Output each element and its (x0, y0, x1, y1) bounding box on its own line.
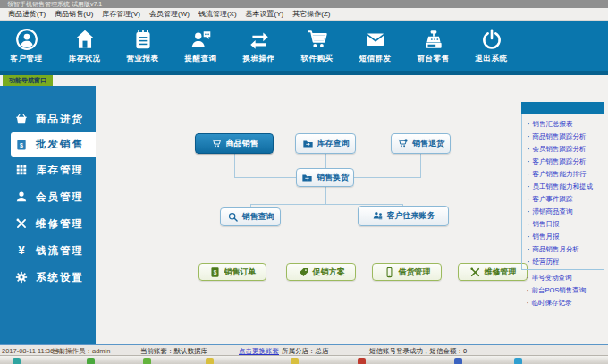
window-title: 领智手机销售管理系统 试用版v7.1 (7, 1, 102, 7)
toolbar-item-pos-retail[interactable]: 前台零售 (408, 28, 459, 64)
connector-line (325, 187, 326, 204)
toolbar-item-label: 软件购买 (301, 54, 334, 64)
taskbar-icon[interactable] (291, 358, 299, 364)
toolbar-item-sms-broadcast[interactable]: 短信群发 (350, 28, 401, 64)
report-link-business-history[interactable]: ·经营历程 (528, 256, 604, 268)
svg-text:$: $ (213, 268, 216, 275)
sidebar-item-stock-manage[interactable]: 库存管理 (0, 157, 96, 183)
menu-item-goods-sale[interactable]: 商品销售(U) (50, 9, 97, 19)
report-link-member-sale-track[interactable]: ·会员销售跟踪分析 (528, 143, 604, 156)
report-link-goods-sale-track[interactable]: ·商品销售跟踪分析 (528, 131, 604, 143)
report-icon (131, 28, 155, 51)
sidebar-item-label: 商品进货 (36, 113, 84, 126)
sidebar-item-member-manage[interactable]: 会员管理 (0, 183, 96, 210)
report-link-label: 商品销售月分析 (533, 245, 580, 253)
taskbar-icon[interactable] (13, 358, 21, 364)
bullet: · (528, 132, 530, 140)
taskbar-icon[interactable] (87, 358, 95, 364)
menu-item-basic-settings[interactable]: 基本设置(Y) (241, 9, 289, 19)
bullet: · (528, 220, 530, 228)
bullet: · (528, 207, 530, 216)
toolbar-item-shift-change[interactable]: 换班操作 (233, 28, 284, 64)
report-link-customer-sale-track[interactable]: ·客户销售跟踪分析 (528, 156, 604, 168)
sidebar-item-cash-flow[interactable]: ¥ 钱流管理 (0, 237, 96, 264)
sidebar-item-wholesale[interactable]: $ 批发销售 (11, 132, 96, 157)
report-link-sales-summary[interactable]: ·销售汇总报表 (528, 118, 604, 131)
nav-tab-function-navigator[interactable]: 功能导航窗口 (3, 75, 53, 86)
toolbar-item-customer-manage[interactable]: 客户管理 (1, 28, 52, 64)
yuan-icon: ¥ (15, 244, 28, 257)
flow-button-sale-query[interactable]: 销售查询 (220, 207, 281, 226)
quick-button-promotion-plan[interactable]: 促销方案 (286, 263, 356, 281)
report-link-daily-sales[interactable]: ·销售日报 (528, 218, 604, 231)
quick-button-loan-manage[interactable]: 借货管理 (372, 263, 442, 281)
right-panel-extra-links: ·串号变动查询 ·前台POS销售查询 ·临时保存记录 (521, 272, 604, 309)
quick-button-label: 维修管理 (485, 267, 517, 278)
report-link-label: 临时保存记录 (532, 299, 572, 307)
bullet: · (528, 157, 530, 165)
shift-swap-icon (248, 28, 271, 51)
title-bar: 领智手机销售管理系统 试用版v7.1 (0, 0, 608, 8)
flow-button-sale-exchange[interactable]: 销售换货 (296, 168, 354, 187)
status-bar: 2017-08-11 11:36:41 当前操作员：admin 当前账套：默认数… (0, 344, 608, 355)
member-icon (15, 190, 28, 203)
sidebar-item-label: 库存管理 (36, 164, 84, 177)
flow-button-stock-query[interactable]: 库存查询 (295, 133, 356, 154)
report-link-label: 客户事件跟踪 (533, 195, 573, 203)
report-link-label: 经营历程 (533, 258, 560, 266)
taskbar-icon[interactable] (454, 358, 462, 364)
search-icon (227, 211, 239, 223)
cash-register-icon (422, 28, 445, 51)
power-icon (480, 28, 503, 51)
toolbar-item-reminder-query[interactable]: 提醒查询 (175, 28, 226, 64)
report-link-label: 前台POS销售查询 (532, 286, 587, 294)
flow-button-customer-account[interactable]: 客户往来账务 (358, 206, 449, 226)
toolbar-item-exit-system[interactable]: 退出系统 (466, 28, 517, 64)
sms-icon (364, 28, 387, 51)
report-link-label: 商品销售跟踪分析 (533, 132, 587, 140)
report-link-imei-change-query[interactable]: ·串号变动查询 (527, 272, 604, 284)
flow-button-sale-return[interactable]: 销售退货 (391, 133, 451, 154)
menu-item-member-manage[interactable]: 会员管理(W) (145, 9, 194, 19)
sidebar-item-repair-manage[interactable]: 维修管理 (0, 210, 96, 237)
report-link-label: 销售月报 (533, 233, 560, 241)
toolbar-item-label: 换班操作 (243, 54, 275, 64)
menu-item-stock-manage[interactable]: 库存管理(V) (97, 9, 145, 19)
toolbar-item-label: 客户管理 (11, 54, 43, 64)
taskbar-icon[interactable] (206, 358, 214, 364)
home-icon (73, 28, 97, 51)
report-link-label: 销售日报 (533, 220, 560, 228)
menu-item-goods-purchase[interactable]: 商品进货(T) (4, 9, 50, 19)
report-link-temp-save-records[interactable]: ·临时保存记录 (527, 297, 604, 309)
report-link-slow-goods-query[interactable]: ·滞销商品查询 (528, 206, 604, 218)
toolbar-item-business-report[interactable]: 营业报表 (117, 28, 168, 64)
quick-button-repair-manage[interactable]: 维修管理 (458, 263, 528, 281)
toolbar-item-label: 库存状况 (69, 54, 101, 64)
connector-line (354, 177, 421, 178)
toolbar-item-label: 短信群发 (359, 54, 392, 64)
menu-item-cash-manage[interactable]: 钱流管理(X) (194, 9, 241, 19)
report-link-customer-event-track[interactable]: ·客户事件跟踪 (528, 193, 604, 206)
taskbar-icon[interactable] (143, 358, 151, 364)
toolbar-item-label: 提醒查询 (185, 54, 217, 64)
toolbar-item-stock-status[interactable]: 库存状况 (59, 28, 110, 64)
bullet: · (527, 286, 529, 294)
reminder-icon (190, 28, 213, 51)
report-link-staff-sale-commission[interactable]: ·员工销售能力和提成 (528, 181, 604, 193)
connector-line (420, 154, 421, 177)
toolbar-item-software-buy[interactable]: 软件购买 (291, 28, 342, 64)
taskbar-icon[interactable] (358, 358, 366, 364)
taskbar-icon[interactable] (514, 358, 522, 364)
sidebar-item-system-settings[interactable]: 系统设置 (0, 264, 96, 291)
flow-button-label: 销售换货 (317, 172, 349, 183)
quick-button-sale-order[interactable]: $ 销售订单 (198, 263, 266, 281)
menu-item-other-ops[interactable]: 其它操作(Z) (288, 9, 334, 19)
report-link-customer-sale-rank[interactable]: ·客户销售能力排行 (528, 168, 604, 181)
flow-button-goods-sale[interactable]: 商品销售 (195, 133, 274, 154)
report-link-pos-sales-query[interactable]: ·前台POS销售查询 (527, 284, 604, 297)
report-link-goods-monthly-analysis[interactable]: ·商品销售月分析 (528, 243, 604, 256)
gear-icon (15, 271, 28, 284)
sidebar-item-goods-purchase[interactable]: 商品进货 (0, 106, 96, 132)
basket-icon (15, 113, 28, 125)
report-link-monthly-sales[interactable]: ·销售月报 (528, 231, 604, 243)
